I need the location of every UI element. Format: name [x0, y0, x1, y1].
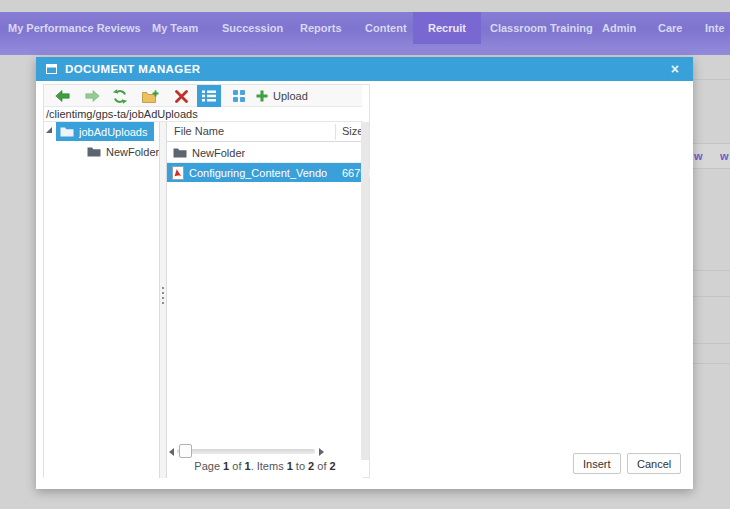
nav-tab-content[interactable]: Content: [365, 12, 407, 44]
screen: My Performance Reviews My Team Successio…: [0, 0, 730, 509]
vertical-scrollbar-track[interactable]: [361, 122, 369, 460]
browser-panes: jobAdUploads NewFolder: [44, 122, 369, 478]
list-view-button[interactable]: [197, 85, 221, 107]
tree-node-label: NewFolder: [106, 146, 159, 158]
pager-status: Page 1 of 1. Items 1 to 2 of 2: [167, 460, 363, 472]
column-header-file-name[interactable]: File Name: [174, 125, 224, 137]
file-list: File Name Size NewFolder: [167, 122, 363, 478]
scrollbar-track[interactable]: [177, 449, 315, 454]
top-gray-strip: [0, 0, 730, 12]
nav-tab-admin[interactable]: Admin: [602, 12, 636, 44]
splitter-grip-icon: [162, 287, 164, 305]
column-divider: [335, 124, 336, 140]
nav-tab-succession[interactable]: Succession: [222, 12, 283, 44]
file-browser: Upload /clientimg/gps-ta/jobAdUploads jo…: [43, 84, 370, 478]
top-nav: My Performance Reviews My Team Successio…: [0, 12, 730, 55]
scroll-left-arrow-icon[interactable]: [169, 448, 174, 456]
folder-icon: [60, 126, 74, 137]
dialog-title-bar: DOCUMENT MANAGER ×: [36, 57, 693, 81]
browser-toolbar: Upload: [44, 85, 362, 107]
background-row-divider: [693, 79, 730, 80]
horizontal-scrollbar: [167, 444, 331, 459]
grid-view-button[interactable]: [228, 85, 250, 107]
delete-x-icon: [175, 90, 188, 103]
new-folder-button[interactable]: [140, 85, 160, 107]
tree-node-label: jobAdUploads: [79, 126, 148, 138]
window-icon: [46, 64, 57, 74]
grid-view-icon: [233, 90, 245, 102]
background-page: w w: [693, 55, 730, 509]
background-row-divider: [693, 343, 730, 344]
scrollbar-thumb[interactable]: [179, 444, 192, 458]
background-row-divider: [693, 168, 730, 169]
nav-tab-classroom-training[interactable]: Classroom Training: [490, 12, 593, 44]
back-button[interactable]: [52, 85, 72, 107]
upload-plus-icon: [256, 90, 268, 102]
forward-button[interactable]: [82, 85, 102, 107]
nav-tab-recruit[interactable]: Recruit: [413, 12, 481, 44]
list-view-icon: [202, 90, 216, 102]
tree-node-newfolder[interactable]: NewFolder: [83, 142, 163, 161]
back-arrow-icon: [55, 90, 70, 102]
refresh-icon: [112, 89, 128, 104]
tree-node-jobadupoads[interactable]: jobAdUploads: [56, 122, 154, 141]
background-row-divider: [693, 143, 730, 144]
nav-tab-my-performance-reviews[interactable]: My Performance Reviews: [8, 12, 141, 44]
document-manager-dialog: DOCUMENT MANAGER ×: [36, 57, 693, 489]
tree-node-child: NewFolder: [83, 142, 163, 161]
nav-tab-my-team[interactable]: My Team: [152, 12, 198, 44]
insert-button[interactable]: Insert: [573, 453, 621, 474]
background-row-divider: [693, 363, 730, 364]
delete-button[interactable]: [171, 85, 191, 107]
nav-tab-integrations-clipped[interactable]: Inte: [705, 12, 725, 44]
tree-node-root: jobAdUploads: [44, 122, 154, 141]
new-folder-icon: [142, 90, 159, 103]
folder-tree: jobAdUploads NewFolder: [44, 122, 159, 478]
background-row-divider: [693, 270, 730, 271]
cancel-button[interactable]: Cancel: [627, 453, 681, 474]
background-partial-link: w: [720, 150, 729, 162]
nav-tab-reports[interactable]: Reports: [300, 12, 342, 44]
dialog-title: DOCUMENT MANAGER: [65, 63, 200, 75]
pane-splitter[interactable]: [159, 122, 167, 478]
file-name: Configuring_Content_Vendo: [189, 167, 327, 179]
close-icon[interactable]: ×: [671, 61, 679, 77]
upload-label: Upload: [273, 90, 308, 102]
file-row-pdf-selected[interactable]: Configuring_Content_Vendo 66797: [167, 163, 363, 182]
nav-tab-care[interactable]: Care: [658, 12, 682, 44]
refresh-button[interactable]: [110, 85, 130, 107]
folder-icon: [173, 147, 187, 158]
expand-caret-icon[interactable]: [46, 127, 52, 133]
upload-button[interactable]: Upload: [256, 85, 308, 107]
pdf-file-icon: [172, 166, 184, 180]
file-row-newfolder[interactable]: NewFolder: [167, 143, 363, 163]
file-name: NewFolder: [192, 147, 245, 159]
background-row-divider: [693, 296, 730, 297]
file-list-header: File Name Size: [167, 122, 363, 142]
folder-icon: [87, 146, 101, 157]
forward-arrow-icon: [85, 90, 100, 102]
scroll-right-arrow-icon[interactable]: [319, 448, 324, 456]
background-partial-link: w: [694, 150, 703, 162]
path-breadcrumb: /clientimg/gps-ta/jobAdUploads: [44, 107, 362, 122]
